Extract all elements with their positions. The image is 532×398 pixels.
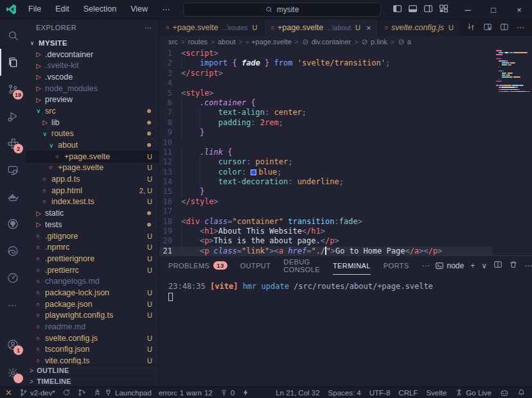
code-line-3[interactable]: 3</script> <box>159 69 492 78</box>
tree-item-tests[interactable]: ▷tests <box>26 219 159 230</box>
status-git-branch[interactable]: v2-dev* <box>19 388 55 397</box>
breadcrumb-item-p.link[interactable]: p.link <box>361 38 387 46</box>
tree-item-about[interactable]: ∨about <box>26 139 159 151</box>
maximize-button[interactable]: □ <box>481 5 506 15</box>
tree-item-.vscode[interactable]: ▷.vscode <box>26 71 159 83</box>
terminal-output[interactable]: 23:48:35 [vite] hmr update /src/routes/a… <box>159 275 532 304</box>
new-terminal-button[interactable]: + <box>470 261 475 270</box>
split-preview-button[interactable] <box>483 22 492 33</box>
code-line-15[interactable]: 15} <box>159 187 492 196</box>
activity-source-control[interactable]: 19 <box>0 76 26 103</box>
code-line-8[interactable]: 8padding: 2rem; <box>159 118 492 128</box>
terminal-profile-dropdown[interactable]: ∨ <box>481 261 487 270</box>
status-indentation[interactable]: Spaces: 4 <box>328 389 361 397</box>
tree-item-src[interactable]: ∨src <box>26 105 159 117</box>
code-line-2[interactable]: 2import { fade } from 'svelte/transition… <box>159 58 492 68</box>
code-line-4[interactable]: 4 <box>159 78 492 88</box>
status-cursor-position[interactable]: Ln 21, Col 32 <box>276 389 319 397</box>
activity-explorer[interactable] <box>0 49 26 76</box>
panel-tab-ports[interactable]: PORTS <box>384 256 409 275</box>
tree-item-package-lock.json[interactable]: ○package-lock.jsonU <box>26 287 159 298</box>
tree-item-svelte.config.js[interactable]: ○svelte.config.jsU <box>26 333 159 344</box>
menu-selection[interactable]: Selection <box>78 3 122 16</box>
status-remote-indicator[interactable] <box>5 389 12 396</box>
status-launchpad[interactable]: Launchpad <box>93 388 152 397</box>
breadcrumb-item-about[interactable]: about <box>218 38 236 46</box>
status-problems-summary[interactable]: errorc1warn12 <box>159 389 213 397</box>
panel-tab-terminal[interactable]: TERMINAL <box>333 256 371 275</box>
status-copilot[interactable] <box>500 388 509 397</box>
kill-terminal-button[interactable] <box>509 260 518 271</box>
code-line-5[interactable]: 5<style> <box>159 89 492 98</box>
panel-tab-output[interactable]: OUTPUT <box>240 256 271 275</box>
panel-more-tabs-button[interactable]: ⋯ <box>421 261 430 270</box>
customize-layout-button[interactable] <box>439 4 448 15</box>
tree-item-.gitignore[interactable]: ○.gitignoreU <box>26 230 159 242</box>
activity-search[interactable] <box>0 22 26 49</box>
breadcrumb-item-a[interactable]: a <box>398 38 411 46</box>
activity-remote-explorer[interactable] <box>0 157 26 184</box>
code-line-19[interactable]: 19<h1>About This Website</h1> <box>159 227 492 236</box>
tree-item-playwright.config.ts[interactable]: ○playwright.config.tsU <box>26 310 159 322</box>
status-git-graph[interactable] <box>78 388 86 397</box>
code-line-14[interactable]: 14text-decoration: underline; <box>159 177 492 187</box>
code-line-11[interactable]: 11.link { <box>159 148 492 157</box>
menu-file[interactable]: File <box>22 3 47 16</box>
tree-item-.devcontainer[interactable]: ▷.devcontainer <box>26 49 159 60</box>
toggle-sidebar-button[interactable] <box>393 4 402 15</box>
activity-plugin-circle[interactable] <box>0 264 26 291</box>
menu-edit[interactable]: Edit <box>49 3 75 16</box>
code-line-20[interactable]: 20<p>This is the about page.</p> <box>159 236 492 246</box>
code-line-9[interactable]: 9} <box>159 128 492 137</box>
code-line-1[interactable]: 1<script> <box>159 49 492 58</box>
activity-run-debug[interactable] <box>0 103 26 130</box>
tree-item-tsconfig.json[interactable]: ○tsconfig.jsonU <box>26 344 159 356</box>
tree-item-.npmrc[interactable]: ○.npmrcU <box>26 241 159 253</box>
activity-settings[interactable] <box>0 359 26 386</box>
code-editor[interactable]: 1<script>2import { fade } from 'svelte/t… <box>159 48 532 255</box>
command-center-search[interactable]: mysite <box>183 3 381 17</box>
breadcrumb-item-src[interactable]: src <box>168 38 178 46</box>
activity-edge-devtools[interactable] <box>0 238 26 264</box>
panel-tab-problems[interactable]: PROBLEMS13 <box>168 256 227 275</box>
activity-extensions[interactable]: 2 <box>0 130 26 157</box>
section-timeline[interactable]: >TIMELINE <box>26 376 159 386</box>
code-line-16[interactable]: 16</style> <box>159 197 492 207</box>
code-line-12[interactable]: 12cursor: pointer; <box>159 157 492 167</box>
tree-item-routes[interactable]: ∨routes <box>26 128 159 140</box>
tree-item-app.html[interactable]: ○app.html2, U <box>26 185 159 196</box>
status-git-sync[interactable] <box>62 388 71 397</box>
minimize-button[interactable]: ─ <box>455 5 481 15</box>
tree-item-nodemodules[interactable]: ▷node_modules <box>26 83 159 94</box>
code-line-21[interactable]: 21<p class="link"><a href="./">Go to Hom… <box>159 247 492 255</box>
tree-item-app.d.ts[interactable]: ○app.d.tsU <box>26 173 159 185</box>
status-language-mode[interactable]: Svelte <box>426 389 447 397</box>
split-button[interactable] <box>500 22 509 33</box>
menu-view[interactable]: View <box>125 3 154 16</box>
breadcrumb-item-div.container[interactable]: div.container <box>302 38 351 46</box>
tree-item-preview[interactable]: ▷preview <box>26 94 159 105</box>
tree-item-changelogs.md[interactable]: ○changelogs.md <box>26 275 159 287</box>
more-actions-button[interactable]: ⋯ <box>517 23 524 32</box>
section-outline[interactable]: >OUTLINE <box>26 365 159 376</box>
tree-item-+page.svelte[interactable]: ○+page.svelteU <box>26 162 159 174</box>
tree-item-.svelte-kit[interactable]: ▷.svelte-kit <box>26 60 159 71</box>
status-go-live[interactable]: Go Live <box>455 388 492 397</box>
toggle-secondary-sidebar-button[interactable] <box>423 4 433 15</box>
activity-docker[interactable] <box>0 184 26 211</box>
status-eol[interactable]: CRLF <box>398 389 418 397</box>
compare-button[interactable] <box>466 22 475 33</box>
terminal-more-actions-button[interactable]: ⋯ <box>524 261 532 270</box>
code-line-6[interactable]: 6.container { <box>159 98 492 108</box>
tab-close-icon[interactable]: × <box>366 23 371 33</box>
breadcrumb-item-+page.svelte[interactable]: ○+page.svelte <box>245 38 292 46</box>
explorer-more-actions-button[interactable]: ⋯ <box>145 24 152 32</box>
status-broadcast-count[interactable]: 0 <box>220 388 235 397</box>
code-line-10[interactable]: 10 <box>159 138 492 148</box>
status-encoding[interactable]: UTF-8 <box>369 389 391 397</box>
activity-github[interactable] <box>0 211 26 238</box>
minimap[interactable] <box>492 48 532 255</box>
activity-accounts[interactable]: 1 <box>0 331 26 358</box>
status-notifications[interactable] <box>517 388 526 397</box>
tree-item-.prettierrc[interactable]: ○.prettierrcU <box>26 264 159 276</box>
